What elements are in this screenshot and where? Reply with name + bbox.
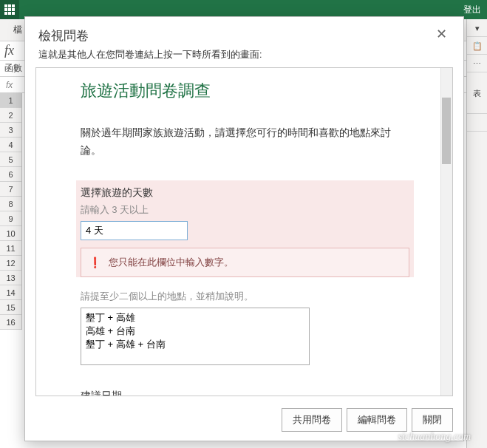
modal-subtitle: 這就是其他人在您問卷連結上按一下時所看到的畫面: [25, 49, 463, 67]
modal-footer: 共用問卷 編輯問卷 關閉 [25, 402, 463, 441]
days-input[interactable] [81, 221, 188, 240]
field-date: 建議日期 注意星期六日 [81, 390, 409, 396]
error-message: ❗ 您只能在此欄位中輸入數字。 [81, 248, 409, 277]
close-button[interactable]: 關閉 [412, 408, 453, 432]
field-days: 選擇旅遊的天數 請輸入 3 天以上 ❗ 您只能在此欄位中輸入數字。 [76, 180, 414, 277]
error-text: 您只能在此欄位中輸入數字。 [109, 256, 234, 269]
scrollbar[interactable] [440, 68, 452, 396]
field-locations-hint: 請提至少二個以上的地點，並稍加說明。 [81, 291, 409, 303]
share-survey-button[interactable]: 共用問卷 [282, 408, 342, 432]
modal-overlay: 檢視問卷 ✕ 這就是其他人在您問卷連結上按一下時所看到的畫面: 旅遊活動問卷調查… [0, 0, 487, 448]
survey-title: 旅遊活動問卷調查 [81, 80, 409, 102]
modal-title: 檢視問卷 [38, 27, 89, 44]
locations-textarea[interactable] [81, 308, 310, 365]
field-days-hint: 請輸入 3 天以上 [81, 204, 409, 217]
warning-icon: ❗ [89, 257, 101, 268]
scrollbar-thumb[interactable] [442, 98, 451, 164]
field-days-label: 選擇旅遊的天數 [81, 186, 409, 200]
field-locations: 請提至少二個以上的地點，並稍加說明。 [81, 291, 409, 367]
survey-intro: 關於過年期間家族旅遊活動，請選擇您可行的時間和喜歡的地點來討論。 [81, 124, 409, 160]
close-icon[interactable]: ✕ [433, 27, 450, 41]
survey-preview-modal: 檢視問卷 ✕ 這就是其他人在您問卷連結上按一下時所看到的畫面: 旅遊活動問卷調查… [24, 16, 464, 441]
edit-survey-button[interactable]: 編輯問卷 [347, 408, 407, 432]
field-date-label: 建議日期 [81, 390, 409, 396]
modal-body: 旅遊活動問卷調查 關於過年期間家族旅遊活動，請選擇您可行的時間和喜歡的地點來討論… [36, 68, 452, 396]
